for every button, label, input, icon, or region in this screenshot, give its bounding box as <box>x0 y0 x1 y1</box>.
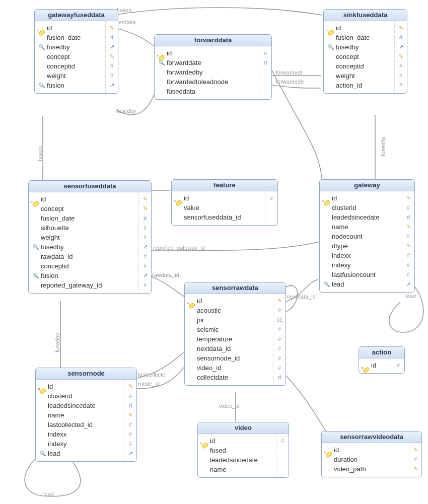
column-row[interactable]: id <box>201 436 274 446</box>
entity-body: idfusedleadedsincedatename# <box>198 434 289 477</box>
column-row[interactable]: fusedby <box>32 242 136 252</box>
column-row[interactable]: conceptid <box>327 61 392 71</box>
entity-title[interactable]: sensorrawdata <box>185 282 286 294</box>
column-row[interactable]: pir <box>188 315 271 325</box>
column-row[interactable]: id <box>32 194 136 204</box>
column-row[interactable]: concept <box>327 52 392 61</box>
entity-sensornode[interactable]: sensornodeidclusteridleadedsincedatename… <box>35 368 137 462</box>
column-row[interactable]: id <box>325 445 407 455</box>
column-row[interactable]: fusedby <box>327 42 392 52</box>
column-row[interactable]: fusion_date <box>327 33 392 42</box>
column-row[interactable]: name <box>39 410 122 420</box>
column-row[interactable]: fused <box>201 446 274 455</box>
column-row[interactable]: id <box>188 296 271 306</box>
column-row[interactable]: id <box>323 193 400 203</box>
column-row[interactable]: fusion_date <box>32 213 136 223</box>
column-row[interactable]: conceptid <box>32 261 136 271</box>
column-row[interactable]: indexy <box>323 260 400 270</box>
column-row[interactable]: action_id <box>327 81 392 90</box>
entity-sensorfuseddata[interactable]: sensorfuseddataidconceptfusion_datesilho… <box>28 180 152 294</box>
column-row[interactable]: dtype <box>323 241 400 251</box>
column-row[interactable]: weight <box>38 71 103 81</box>
column-row[interactable]: video_path <box>325 464 407 474</box>
column-row[interactable]: leadedsincedate <box>201 455 274 465</box>
entity-title[interactable]: sensorfuseddata <box>29 181 151 192</box>
column-row[interactable]: id <box>175 193 263 203</box>
column-row[interactable]: name <box>201 465 274 474</box>
column-row[interactable]: lead <box>323 279 400 289</box>
entity-title[interactable]: action <box>359 347 404 358</box>
column-row[interactable]: clusterid <box>323 203 400 212</box>
entity-title[interactable]: gateway <box>320 180 414 191</box>
column-row[interactable]: lastfusioncount <box>323 270 400 279</box>
entity-sensorrawvideodata[interactable]: sensorrawvideodataiddurationvideo_path✎#… <box>321 431 422 477</box>
column-name: indexx <box>331 251 400 260</box>
entity-title[interactable]: sinkfuseddata <box>324 10 407 21</box>
entity-body: idclusteridleadedsincedatenamenodecountd… <box>320 191 414 292</box>
column-row[interactable]: video_id <box>188 363 271 373</box>
column-row[interactable]: rawdata_id <box>32 252 136 261</box>
column-row[interactable]: collectdate <box>188 373 271 382</box>
entity-title[interactable]: feature <box>172 180 277 191</box>
entity-title[interactable]: video <box>198 422 289 434</box>
column-name: fusion_date <box>46 33 103 42</box>
column-row[interactable]: seismic <box>188 325 271 334</box>
column-type: ✎ <box>125 410 135 420</box>
column-name: acoustic <box>196 306 271 315</box>
column-type: # <box>274 363 284 373</box>
column-row[interactable]: leadedsincedate <box>323 212 400 222</box>
entity-feature[interactable]: featureidvaluesensorfuseddata_id# <box>171 179 278 226</box>
column-row[interactable]: reported_gateway_id <box>32 280 136 290</box>
entity-title[interactable]: forwarddata <box>155 35 271 46</box>
column-row[interactable]: id <box>158 48 257 58</box>
column-row[interactable]: id <box>38 23 103 33</box>
column-row[interactable]: conceptid <box>38 61 103 71</box>
column-row[interactable]: fusion <box>32 271 136 280</box>
rel-label: fusedby <box>117 108 136 114</box>
entity-title[interactable]: gatewayfuseddata <box>35 10 118 21</box>
entity-sensorrawdata[interactable]: sensorrawdataidacousticpirseismictempera… <box>184 282 286 386</box>
column-row[interactable]: id <box>327 23 392 33</box>
column-row[interactable]: nodecount <box>323 232 400 241</box>
column-row[interactable]: leadedsincedate <box>39 401 122 410</box>
column-row[interactable]: forwardedtoleadnode <box>158 77 257 87</box>
column-row[interactable]: forwardedby <box>158 67 257 77</box>
column-row[interactable]: duration <box>325 455 407 464</box>
column-row[interactable]: lastcollected_id <box>39 420 122 429</box>
column-row[interactable]: id <box>362 361 390 370</box>
column-row[interactable]: sensorfuseddata_id <box>175 212 263 222</box>
column-row[interactable]: silhouette <box>32 223 136 233</box>
column-row[interactable]: weight <box>327 71 392 81</box>
column-row[interactable]: name <box>323 222 400 232</box>
entity-action[interactable]: actionid# <box>359 346 405 374</box>
entity-sinkfuseddata[interactable]: sinkfuseddataidfusion_datefusedbyconcept… <box>323 9 407 94</box>
column-row[interactable]: fusion <box>38 81 103 90</box>
column-row[interactable]: lead <box>39 449 122 458</box>
column-row[interactable]: acoustic <box>188 306 271 315</box>
column-row[interactable]: concept <box>32 204 136 213</box>
entity-gateway[interactable]: gatewayidclusteridleadedsincedatenamenod… <box>319 179 415 293</box>
column-row[interactable]: indexx <box>39 429 122 439</box>
column-name: id <box>166 48 257 58</box>
column-row[interactable]: weight <box>32 233 136 242</box>
column-type: d <box>125 401 135 410</box>
column-row[interactable]: fusion_date <box>38 33 103 42</box>
column-row[interactable]: concept <box>38 52 103 61</box>
column-row[interactable]: nextdata_id <box>188 344 271 353</box>
column-row[interactable]: forwarddate <box>158 58 257 67</box>
column-type: d <box>396 33 406 42</box>
column-row[interactable]: id <box>39 382 122 391</box>
column-row[interactable]: fuseddata <box>158 87 257 96</box>
column-row[interactable]: indexx <box>323 251 400 260</box>
column-row[interactable]: fusedby <box>38 42 103 52</box>
column-row[interactable]: indexy <box>39 439 122 449</box>
entity-title[interactable]: sensornode <box>36 368 136 380</box>
column-row[interactable]: sensornode_id <box>188 353 271 363</box>
column-row[interactable]: value <box>175 203 263 212</box>
column-row[interactable]: temperature <box>188 334 271 344</box>
entity-video[interactable]: videoidfusedleadedsincedatename# <box>197 422 289 478</box>
entity-forwarddata[interactable]: forwarddataidforwarddateforwardedbyforwa… <box>154 34 272 100</box>
entity-gatewayfuseddata[interactable]: gatewayfuseddataidfusion_datefusedbyconc… <box>34 9 118 94</box>
column-row[interactable]: clusterid <box>39 391 122 401</box>
entity-title[interactable]: sensorrawvideodata <box>322 431 421 443</box>
